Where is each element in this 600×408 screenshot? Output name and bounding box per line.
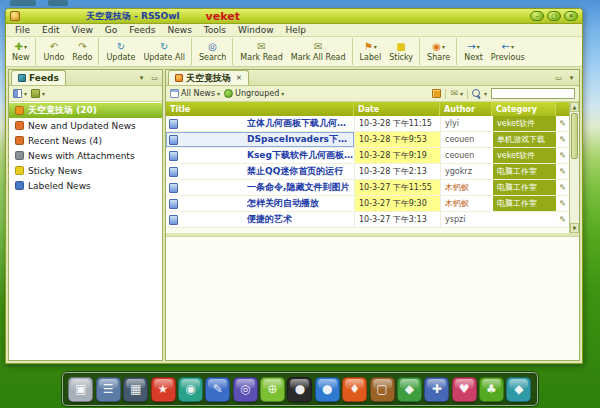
dock-icon[interactable]: ♦ <box>342 377 367 402</box>
edit-icon[interactable] <box>556 148 569 163</box>
news-title: Kseg下载软件几何画板下载 <box>247 149 354 162</box>
news-row[interactable]: 立体几何画板下载几何画板教程下载 10-3-28 下午11:15 ylyi ve… <box>166 116 569 132</box>
toolbar-button[interactable]: ↶ Undo <box>35 38 68 65</box>
feed-tree-item[interactable]: 天空竟技场 (20) <box>9 103 162 118</box>
feed-tree-item[interactable]: Recent News (4) <box>9 133 162 148</box>
scroll-up-icon[interactable] <box>570 102 579 112</box>
news-filter-icon <box>170 89 179 98</box>
toolbar-button-label: Redo <box>72 53 92 62</box>
dock-icon[interactable]: ▦ <box>123 377 148 402</box>
feed-favicon <box>175 74 183 82</box>
toolbar-button[interactable]: ↷ Redo <box>68 38 96 65</box>
news-preview-pane <box>166 236 579 360</box>
news-row[interactable]: 一条命令,隐藏文件到图片 10-3-27 下午11:55 木蚂蚁 电脑工作室 <box>166 180 569 196</box>
menu-item[interactable]: Window <box>232 25 280 35</box>
desktop-icon-fragment <box>48 0 68 6</box>
column-header-title[interactable]: Title <box>166 102 354 116</box>
toolbar-button[interactable]: ✉ Mark All Read <box>287 38 350 65</box>
panel-maximize-icon[interactable] <box>553 72 564 83</box>
news-row[interactable]: 怎样关闭自动播放 10-3-27 下午9:30 木蚂蚁 电脑工作室 <box>166 196 569 212</box>
feed-tree-item[interactable]: Sticky News <box>9 163 162 178</box>
news-row[interactable]: DSpaceInvaders下载游戏DSI下载 (很好玩的小游戏) 10-3-2… <box>166 132 569 148</box>
menu-item[interactable]: Tools <box>198 25 232 35</box>
close-button[interactable] <box>564 11 578 21</box>
search-scope-button[interactable] <box>472 89 487 99</box>
dock-icon[interactable]: ★ <box>151 377 176 402</box>
window-title: 天空竟技场 - RSSOwl <box>86 10 180 23</box>
toolbar-button-icon: ↶ <box>50 42 58 52</box>
menu-item[interactable]: Edit <box>36 25 65 35</box>
mark-read-dropdown[interactable] <box>450 89 463 98</box>
feeds-tab[interactable]: Feeds <box>11 70 66 85</box>
edit-icon[interactable] <box>556 116 569 131</box>
menu-item[interactable]: News <box>162 25 198 35</box>
dock-icon[interactable]: ♣ <box>479 377 504 402</box>
edit-icon[interactable] <box>556 132 569 147</box>
vertical-scrollbar[interactable] <box>569 102 579 233</box>
feed-tree-item[interactable]: Labeled News <box>9 178 162 193</box>
dock-icon[interactable]: ● <box>287 377 312 402</box>
feedview-sort-button[interactable] <box>31 89 45 98</box>
feed-tree-item[interactable]: News with Attachments <box>9 148 162 163</box>
column-header-date[interactable]: Date <box>354 102 440 116</box>
news-row[interactable]: Kseg下载软件几何画板下载 10-3-28 下午9:19 ceouen vek… <box>166 148 569 164</box>
dock-icon[interactable]: ◆ <box>506 377 531 402</box>
panel-menu-icon[interactable] <box>566 72 577 83</box>
toolbar-button-icon: ◎ <box>208 42 217 52</box>
toolbar-button[interactable]: ■ Sticky <box>385 38 417 65</box>
edit-icon[interactable] <box>556 196 569 211</box>
menu-item[interactable]: Help <box>280 25 313 35</box>
toolbar-button[interactable]: ◎ Search <box>191 38 230 65</box>
menu-item[interactable]: Go <box>99 25 123 35</box>
panel-minimize-icon[interactable] <box>149 72 160 83</box>
titlebar[interactable]: 天空竟技场 - RSSOwl veket <box>6 9 582 24</box>
chevron-down-icon <box>460 90 463 97</box>
news-row[interactable]: 便捷的艺术 10-3-27 下午3:13 yspzi <box>166 212 569 228</box>
columns-button[interactable] <box>432 89 441 98</box>
search-input[interactable] <box>491 88 575 99</box>
news-filter-dropdown[interactable]: All News <box>170 89 220 98</box>
dock-icon[interactable]: ◆ <box>397 377 422 402</box>
feed-tree-item[interactable]: New and Updated News <box>9 118 162 133</box>
edit-icon[interactable] <box>556 212 569 227</box>
toolbar-button-label: Label <box>360 53 382 62</box>
edit-icon[interactable] <box>556 164 569 179</box>
dock-icon[interactable]: ♥ <box>452 377 477 402</box>
toolbar-button[interactable]: ◉ Share <box>419 38 454 65</box>
dock-icon[interactable]: ✚ <box>424 377 449 402</box>
dock-icon[interactable]: ⊕ <box>260 377 285 402</box>
toolbar-button[interactable]: ← Previous <box>487 38 529 65</box>
news-author: ceouen <box>440 132 492 147</box>
tab-close-icon[interactable] <box>236 74 242 82</box>
minimize-button[interactable] <box>530 11 544 21</box>
toolbar-button[interactable]: → Next <box>456 38 487 65</box>
toolbar-button[interactable]: ⚑ Label <box>352 38 386 65</box>
toolbar-button[interactable]: ✚ New <box>8 38 33 65</box>
dock-icon[interactable]: ▢ <box>370 377 395 402</box>
grouping-dropdown[interactable]: Ungrouped <box>224 89 284 98</box>
dock-icon[interactable]: ◉ <box>178 377 203 402</box>
toolbar-button-label: Search <box>199 53 226 62</box>
news-row[interactable]: 禁止QQ迷你首页的运行 10-3-28 下午2:13 ygokrz 电脑工作室 <box>166 164 569 180</box>
news-date: 10-3-28 下午11:15 <box>354 116 440 131</box>
dock-icon[interactable]: ✎ <box>205 377 230 402</box>
dock-icon[interactable]: ● <box>315 377 340 402</box>
feed-tab[interactable]: 天空竟技场 <box>168 70 249 85</box>
dock-icon[interactable]: ◎ <box>233 377 258 402</box>
toolbar-button[interactable]: ↻ Update <box>98 38 139 65</box>
menu-item[interactable]: Feeds <box>123 25 161 35</box>
maximize-button[interactable] <box>547 11 561 21</box>
menu-item[interactable]: File <box>9 25 36 35</box>
scrollbar-thumb[interactable] <box>571 113 578 159</box>
panel-menu-icon[interactable] <box>136 72 147 83</box>
column-header-category[interactable]: Category <box>492 102 556 116</box>
scroll-down-icon[interactable] <box>570 223 579 233</box>
column-header-author[interactable]: Author <box>440 102 492 116</box>
dock-icon[interactable]: ☰ <box>96 377 121 402</box>
toolbar-button[interactable]: ↻ Update All <box>139 38 188 65</box>
feedview-layout-button[interactable] <box>13 89 27 98</box>
menu-item[interactable]: View <box>66 25 99 35</box>
toolbar-button[interactable]: ✉ Mark Read <box>232 38 286 65</box>
dock-icon[interactable]: ▣ <box>68 377 93 402</box>
edit-icon[interactable] <box>556 180 569 195</box>
